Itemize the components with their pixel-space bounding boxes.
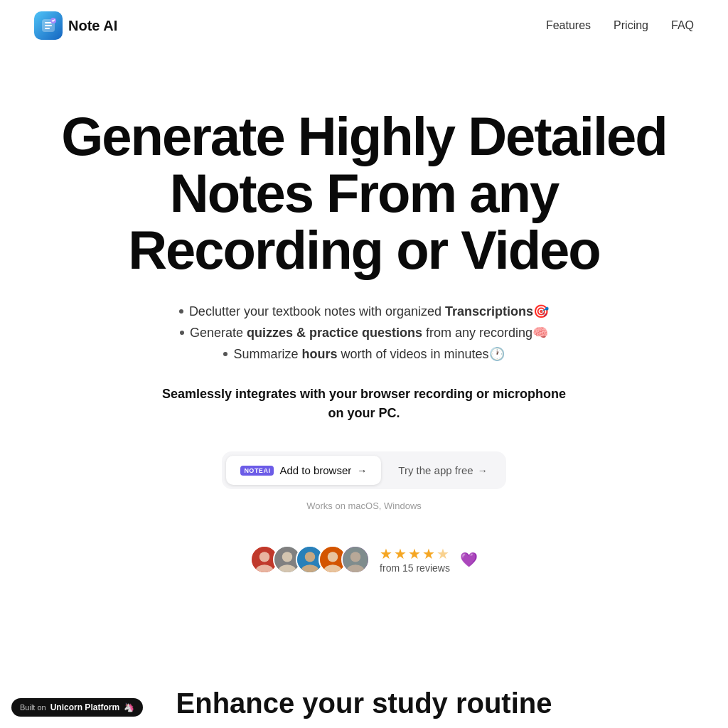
logo-link[interactable]: Note AI <box>34 11 117 40</box>
svg-point-12 <box>328 552 338 562</box>
try-app-free-button[interactable]: Try the app free → <box>384 456 501 485</box>
add-browser-label: Add to browser <box>279 464 351 476</box>
noteai-badge: NOTEAI <box>240 466 274 476</box>
bullet-2: Generate quizzes & practice questions fr… <box>180 325 548 341</box>
nav-features[interactable]: Features <box>546 19 591 32</box>
navigation: Note AI Features Pricing FAQ <box>0 0 728 51</box>
bullet-3: Summarize hours worth of videos in minut… <box>223 346 504 362</box>
hero-bullets: Declutter your textbook notes with organ… <box>37 304 691 362</box>
star-2: ★ <box>394 545 407 562</box>
stars-and-count: ★ ★ ★ ★ ★ from 15 reviews <box>380 545 450 574</box>
heart-icon: 💜 <box>460 551 478 568</box>
star-1: ★ <box>380 545 392 562</box>
add-to-browser-button[interactable]: NOTEAI Add to browser → <box>226 456 381 485</box>
review-count: from 15 reviews <box>380 562 450 574</box>
bullet-1: Declutter your textbook notes with organ… <box>179 304 549 319</box>
avatar-5 <box>341 545 370 574</box>
bullet-dot-1 <box>179 309 183 314</box>
star-rating: ★ ★ ★ ★ ★ <box>380 545 450 562</box>
svg-point-15 <box>350 552 360 562</box>
logo-icon <box>34 11 63 40</box>
star-4: ★ <box>422 545 435 562</box>
avatar-group <box>250 545 370 574</box>
bullet-dot-2 <box>180 331 184 335</box>
cta-group: NOTEAI Add to browser → Try the app free… <box>222 451 505 489</box>
platform-note: Works on macOS, Windows <box>37 500 691 511</box>
nav-faq[interactable]: FAQ <box>671 19 694 32</box>
hero-section: Generate Highly Detailed Notes From any … <box>9 51 719 659</box>
nav-links: Features Pricing FAQ <box>546 19 694 32</box>
svg-point-6 <box>282 552 292 562</box>
bullet-dot-3 <box>223 352 228 356</box>
star-3: ★ <box>408 545 421 562</box>
arrow-right-icon-2: → <box>478 465 488 476</box>
platform-name: Unicorn Platform <box>50 702 119 712</box>
enhance-section: Enhance your study routine Let AI save y… <box>44 659 684 728</box>
logo-text: Note AI <box>68 18 117 34</box>
nav-pricing[interactable]: Pricing <box>614 19 648 32</box>
built-on-label: Built on <box>20 703 46 712</box>
enhance-title: Enhance your study routine <box>73 687 655 719</box>
svg-point-9 <box>305 552 315 562</box>
svg-point-3 <box>259 552 269 562</box>
star-5: ★ <box>437 545 449 562</box>
try-free-label: Try the app free <box>398 464 473 476</box>
arrow-right-icon: → <box>357 465 367 476</box>
cta-container: NOTEAI Add to browser → Try the app free… <box>37 451 691 511</box>
hero-title: Generate Highly Detailed Notes From any … <box>37 108 691 278</box>
reviews-section: ★ ★ ★ ★ ★ from 15 reviews 💜 <box>37 545 691 574</box>
built-on-badge[interactable]: Built on Unicorn Platform 🦄 <box>11 698 143 717</box>
unicorn-icon: 🦄 <box>124 702 134 712</box>
hero-subtitle: Seamlessly integrates with your browser … <box>158 385 570 423</box>
